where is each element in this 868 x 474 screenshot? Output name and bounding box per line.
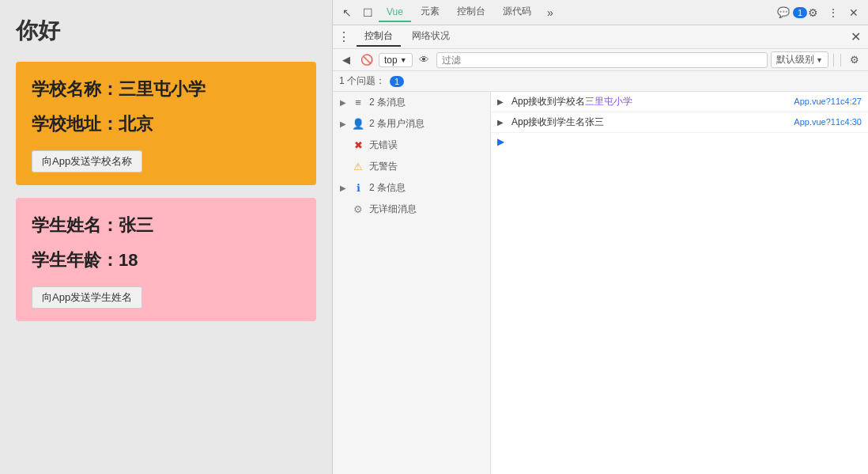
sidebar-label-all-messages: 2 条消息: [369, 96, 406, 109]
tab-sources[interactable]: 源代码: [495, 2, 539, 23]
sidebar-label-errors: 无错误: [369, 138, 398, 152]
settings-icon[interactable]: ⚙: [803, 3, 822, 22]
more-menu-icon[interactable]: ⋮: [824, 3, 843, 22]
tab-network-status[interactable]: 网络状况: [404, 27, 458, 47]
issues-count-badge[interactable]: 1: [390, 76, 404, 87]
back-icon[interactable]: ◀: [338, 51, 355, 69]
entry-expand-icon-2[interactable]: ▶: [497, 118, 505, 127]
sidebar-item-user-messages[interactable]: ▶ 👤 2 条用户消息: [333, 113, 490, 135]
sidebar-item-all-messages[interactable]: ▶ ≡ 2 条消息: [333, 92, 490, 113]
issues-row: 1 个问题： 1: [333, 71, 868, 92]
console-cursor-row: ▶: [491, 133, 868, 150]
left-panel: 你好 学校名称：三里屯小学 学校地址：北京 向App发送学校名称 学生姓名：张三…: [0, 0, 332, 474]
entry-source-link-1[interactable]: App.vue?11c4:27: [794, 97, 862, 106]
expand-arrow-icon: ▶: [339, 98, 347, 107]
sidebar-item-info[interactable]: ▶ ℹ 2 条信息: [333, 177, 490, 199]
devtools-panel: ↖ ☐ Vue 元素 控制台 源代码 » 💬 1 ⚙ ⋮ ✕ ⋮ 控制台 网络状…: [332, 0, 868, 474]
console-cursor-icon: ▶: [497, 136, 504, 147]
student-name-field: 学生姓名：张三: [32, 214, 300, 237]
entry-text-1: App接收到学校名三里屯小学: [511, 95, 787, 108]
entry-highlight-1: 三里屯小学: [585, 96, 632, 107]
console-toolbar: ⋮ 控制台 网络状况 ✕: [333, 25, 868, 49]
sidebar-label-warnings: 无警告: [369, 160, 398, 173]
inspect-icon[interactable]: ☐: [358, 3, 377, 22]
filter-row: ◀ 🚫 top ▼ 👁 默认级别 ▼ ⚙: [333, 49, 868, 71]
devtools-tabbar: ↖ ☐ Vue 元素 控制台 源代码 » 💬 1 ⚙ ⋮ ✕: [333, 0, 868, 25]
student-age-field: 学生年龄：18: [32, 248, 300, 272]
sidebar-item-warnings[interactable]: ⚠ 无警告: [333, 156, 490, 177]
school-card: 学校名称：三里屯小学 学校地址：北京 向App发送学校名称: [16, 62, 316, 185]
expand-arrow-info-icon: ▶: [339, 184, 347, 192]
console-entry-1: ▶ App接收到学校名三里屯小学 App.vue?11c4:27: [491, 92, 868, 112]
error-icon: ✖: [352, 139, 364, 152]
school-name-field: 学校名称：三里屯小学: [32, 78, 300, 101]
issues-count-label: 1 个问题：: [339, 74, 385, 88]
entry-expand-icon-1[interactable]: ▶: [497, 97, 505, 106]
log-level-arrow-icon: ▼: [816, 56, 823, 64]
dropdown-arrow-icon: ▼: [400, 56, 407, 64]
console-sidebar: ▶ ≡ 2 条消息 ▶ 👤 2 条用户消息 ✖ 无错误 ⚠ 无警告: [333, 92, 491, 474]
school-name-value: 三里屯小学: [119, 79, 206, 99]
tab-vue[interactable]: Vue: [379, 3, 411, 22]
warning-icon: ⚠: [352, 161, 364, 173]
school-address-label: 学校地址：: [32, 114, 119, 134]
entry-source-link-2[interactable]: App.vue?11c4:30: [794, 117, 862, 127]
context-label: top: [384, 55, 398, 66]
school-address-value: 北京: [119, 114, 153, 134]
student-card: 学生姓名：张三 学生年龄：18 向App发送学生姓名: [16, 198, 316, 321]
cursor-icon[interactable]: ↖: [338, 3, 357, 22]
eye-icon[interactable]: 👁: [416, 51, 433, 69]
sidebar-item-verbose[interactable]: ⚙ 无详细消息: [333, 199, 490, 220]
log-level-selector[interactable]: 默认级别 ▼: [771, 51, 828, 68]
school-address-field: 学校地址：北京: [32, 112, 300, 136]
student-name-value: 张三: [119, 215, 153, 235]
log-level-label: 默认级别: [776, 53, 814, 66]
close-console-icon[interactable]: ✕: [847, 29, 863, 45]
close-devtools-icon[interactable]: ✕: [844, 3, 863, 22]
sidebar-label-user-messages: 2 条用户消息: [369, 117, 425, 131]
issues-chat-icon: 💬: [777, 6, 790, 18]
sidebar-label-info: 2 条信息: [369, 181, 406, 195]
greeting: 你好: [16, 16, 316, 46]
block-icon[interactable]: 🚫: [358, 51, 376, 69]
more-tabs-icon[interactable]: »: [541, 3, 560, 22]
filter-input[interactable]: [436, 52, 768, 68]
console-entry-2: ▶ App接收到学生名张三 App.vue?11c4:30: [491, 112, 868, 133]
send-school-name-button[interactable]: 向App发送学校名称: [32, 150, 142, 173]
entry-text-2: App接收到学生名张三: [511, 116, 787, 129]
tab-elements[interactable]: 元素: [413, 2, 447, 23]
info-icon: ℹ: [352, 182, 364, 195]
issues-icon[interactable]: 💬 1: [783, 3, 802, 22]
three-dots-icon[interactable]: ⋮: [338, 29, 350, 44]
user-icon: 👤: [352, 118, 364, 131]
student-age-label: 学生年龄：: [32, 250, 119, 270]
console-settings-icon[interactable]: ⚙: [846, 51, 863, 69]
console-output: ▶ App接收到学校名三里屯小学 App.vue?11c4:27 ▶ App接收…: [491, 92, 868, 474]
student-name-label: 学生姓名：: [32, 215, 119, 235]
context-selector[interactable]: top ▼: [379, 53, 413, 67]
send-student-name-button[interactable]: 向App发送学生姓名: [32, 286, 142, 309]
verbose-icon: ⚙: [352, 203, 364, 216]
expand-arrow-user-icon: ▶: [339, 119, 347, 128]
school-name-label: 学校名称：: [32, 79, 119, 99]
student-age-value: 18: [119, 250, 138, 270]
tab-console-main[interactable]: 控制台: [357, 27, 401, 47]
tab-console[interactable]: 控制台: [449, 2, 493, 23]
messages-icon: ≡: [352, 97, 364, 109]
console-split: ▶ ≡ 2 条消息 ▶ 👤 2 条用户消息 ✖ 无错误 ⚠ 无警告: [333, 92, 868, 474]
sidebar-item-errors[interactable]: ✖ 无错误: [333, 135, 490, 156]
sidebar-label-verbose: 无详细消息: [369, 203, 417, 216]
